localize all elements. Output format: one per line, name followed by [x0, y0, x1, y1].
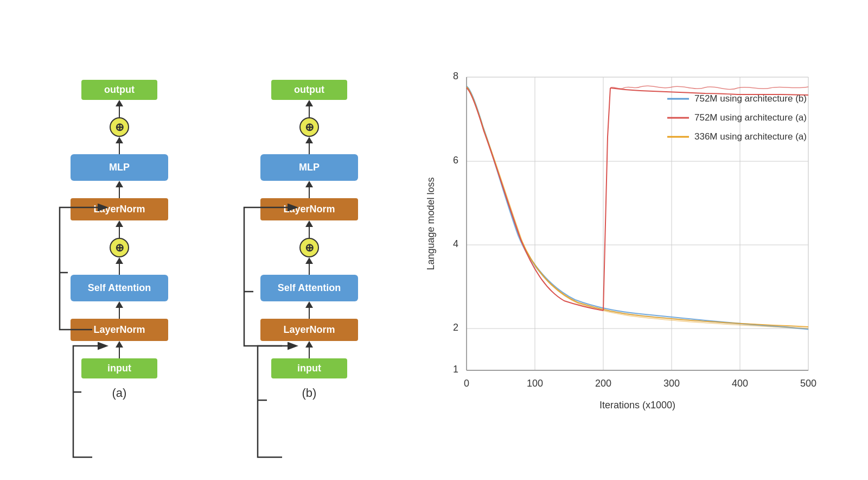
diagram-b-self-attention: Self Attention — [260, 275, 358, 301]
diagram-a: output ⊕ MLP LayerNo — [43, 80, 195, 378]
svg-text:500: 500 — [800, 378, 816, 389]
arrow-line — [119, 106, 120, 117]
diagram-a-layernorm1: LayerNorm — [71, 319, 168, 341]
arrow — [116, 257, 123, 275]
diagram-b-input: input — [271, 358, 347, 378]
arrowhead — [116, 220, 123, 227]
arrow — [305, 100, 313, 117]
svg-text:752M using architecture (b): 752M using architecture (b) — [694, 93, 807, 104]
arrow — [305, 220, 313, 238]
svg-text:4: 4 — [453, 238, 458, 249]
arrowhead — [116, 181, 123, 187]
svg-text:Iterations (x1000): Iterations (x1000) — [599, 400, 675, 410]
svg-text:300: 300 — [663, 378, 680, 389]
svg-text:752M using architecture (a): 752M using architecture (a) — [694, 112, 807, 123]
arrowhead — [116, 137, 123, 143]
arrow-line — [119, 264, 120, 275]
diagram-a-output: output — [81, 80, 157, 100]
diagram-b-add1: ⊕ — [299, 238, 319, 257]
arrow — [305, 137, 313, 154]
diagram-b-layernorm2: LayerNorm — [260, 198, 358, 220]
arrow-line — [309, 187, 310, 198]
arrowhead — [305, 137, 313, 143]
arrowhead — [116, 301, 123, 308]
arrowhead — [305, 181, 313, 187]
diagram-b-add2: ⊕ — [299, 117, 319, 137]
chart-svg: 1 2 4 6 8 0 100 200 300 400 500 Language… — [423, 55, 825, 425]
chart-container: 1 2 4 6 8 0 100 200 300 400 500 Language… — [423, 55, 825, 425]
arrow — [305, 257, 313, 275]
diagrams-container: output ⊕ MLP LayerNo — [43, 80, 391, 400]
arrow — [305, 181, 313, 198]
diagram-a-add1: ⊕ — [110, 238, 129, 257]
arrowhead — [116, 257, 123, 264]
arrow-line — [119, 187, 120, 198]
svg-text:1: 1 — [453, 364, 458, 375]
diagram-a-add2: ⊕ — [110, 117, 129, 137]
arrow — [116, 100, 123, 117]
arrow — [116, 220, 123, 238]
diagram-b-label: (b) — [228, 386, 391, 400]
diagram-b-layernorm1: LayerNorm — [260, 319, 358, 341]
svg-text:400: 400 — [732, 378, 748, 389]
arrow-line — [309, 143, 310, 154]
arrow-line — [309, 264, 310, 275]
arrow-line — [309, 308, 310, 319]
main-container: output ⊕ MLP LayerNo — [27, 55, 841, 425]
diagram-b-output: output — [271, 80, 347, 100]
arrow — [116, 301, 123, 319]
arrow-line — [309, 106, 310, 117]
arrow-line — [119, 348, 120, 358]
arrow-line — [309, 348, 310, 358]
diagram-a-mlp: MLP — [71, 154, 168, 181]
arrow — [305, 301, 313, 319]
diagram-a-layernorm2: LayerNorm — [71, 198, 168, 220]
diagram-a-input: input — [81, 358, 157, 378]
diagram-a-wrapper: output ⊕ MLP LayerNo — [43, 80, 195, 400]
svg-text:336M using architecture (a): 336M using architecture (a) — [694, 131, 807, 142]
arrow — [116, 181, 123, 198]
arrow-line — [119, 308, 120, 319]
svg-text:6: 6 — [453, 155, 458, 166]
svg-text:Language model loss: Language model loss — [425, 177, 436, 270]
arrow-line — [119, 227, 120, 238]
arrowhead — [305, 341, 313, 348]
arrowhead — [116, 100, 123, 106]
arrow-line — [309, 227, 310, 238]
svg-text:2: 2 — [453, 322, 458, 333]
arrow — [116, 137, 123, 154]
arrowhead — [116, 341, 123, 348]
diagram-a-self-attention: Self Attention — [71, 275, 168, 301]
svg-text:0: 0 — [464, 378, 469, 389]
diagram-b: output ⊕ MLP LayerNorm — [228, 80, 391, 378]
arrowhead — [305, 257, 313, 264]
svg-text:100: 100 — [527, 378, 543, 389]
arrowhead — [305, 301, 313, 308]
diagram-b-wrapper: output ⊕ MLP LayerNorm — [228, 80, 391, 400]
diagram-a-label: (a) — [43, 386, 195, 400]
arrow — [305, 341, 313, 358]
arrowhead — [305, 100, 313, 106]
diagram-b-mlp: MLP — [260, 154, 358, 181]
svg-text:200: 200 — [595, 378, 611, 389]
arrow-line — [119, 143, 120, 154]
svg-text:8: 8 — [453, 71, 458, 81]
arrow — [116, 341, 123, 358]
arrowhead — [305, 220, 313, 227]
